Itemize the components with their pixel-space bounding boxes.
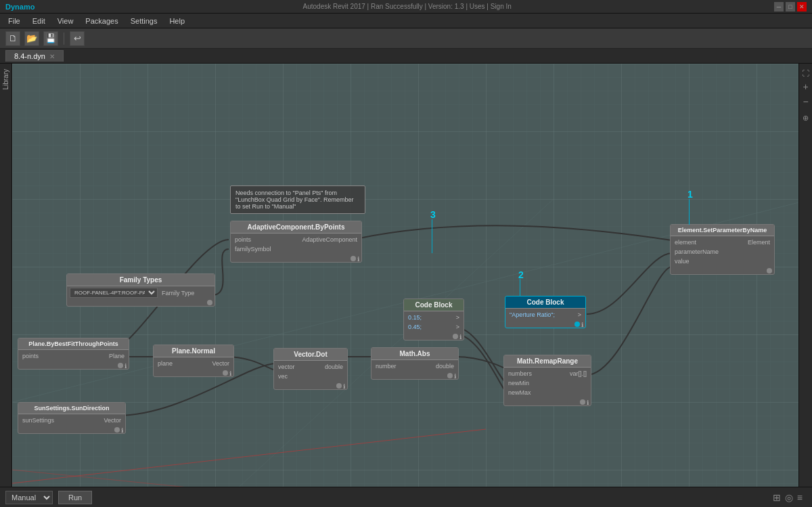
watch-icon[interactable]: ◎ xyxy=(785,492,793,503)
element-set-header: Element.SetParameterByName xyxy=(671,225,774,236)
home-view-icon[interactable]: ⊕ xyxy=(803,114,809,123)
code-val-1: 0.15; xyxy=(407,313,433,322)
port-element-in: element xyxy=(673,238,722,246)
vector-dot-header: Vector.Dot xyxy=(274,349,347,361)
right-panel: ⛶ + − ⊕ xyxy=(798,64,812,487)
family-type-dropdown[interactable]: ROOF-PANEL-4PT:ROOF-PANEL-4PT xyxy=(70,288,158,298)
toolbar-separator xyxy=(64,32,64,45)
node-dot-planenormal[interactable] xyxy=(223,370,228,376)
port-parametername-in: parameterName xyxy=(673,248,722,256)
grid-icon[interactable]: ⊞ xyxy=(773,492,781,503)
menu-settings[interactable]: Settings xyxy=(125,16,163,26)
plane-normal-header: Plane.Normal xyxy=(154,345,233,357)
port-double-out-ma: double xyxy=(434,362,455,370)
element-set-node[interactable]: Element.SetParameterByName element param… xyxy=(670,224,775,275)
menu-view[interactable]: View xyxy=(52,16,79,26)
math-remap-node[interactable]: Math.RemapRange numbers newMin newMax va… xyxy=(503,355,591,406)
node-dot-mathremap[interactable] xyxy=(580,399,585,405)
sunsettings-node[interactable]: SunSettings.SunDirection sunSettings Vec… xyxy=(18,402,126,434)
port-vector-in: vector xyxy=(277,363,310,371)
port-family-type-out: Family Type xyxy=(159,289,196,297)
statusbar: Manual Automatic Run ⊞ ◎ ≡ xyxy=(0,487,812,507)
family-types-header: Family Types xyxy=(67,274,215,286)
plane-normal-node[interactable]: Plane.Normal plane Vector ℹ xyxy=(153,345,234,377)
tabbar: 8.4-n.dyn ✕ xyxy=(0,49,812,64)
settings-icon[interactable]: ≡ xyxy=(797,492,803,503)
library-label[interactable]: Library xyxy=(2,69,9,90)
port-vector-out: Vector xyxy=(210,359,231,368)
port-out-cb1-2: > xyxy=(455,323,461,331)
canvas[interactable]: Needs connection to "Panel Pts" from "Lu… xyxy=(12,64,812,487)
port-familysymbol: familySymbol xyxy=(233,245,296,253)
port-value-in: value xyxy=(673,257,722,265)
fit-view-icon[interactable]: ⛶ xyxy=(802,69,809,77)
node-dot-planebybest[interactable] xyxy=(118,363,123,368)
menu-file[interactable]: File xyxy=(3,16,26,26)
math-abs-header: Math.Abs xyxy=(371,348,458,360)
node-info-icon[interactable]: ℹ xyxy=(357,256,359,261)
undo-button[interactable]: ↩ xyxy=(70,31,85,46)
tab-close-icon[interactable]: ✕ xyxy=(49,53,55,60)
math-abs-node[interactable]: Math.Abs number double ℹ xyxy=(371,347,459,380)
plane-bybest-node[interactable]: Plane.ByBestFitThroughPoints points Plan… xyxy=(18,338,129,370)
run-mode-select[interactable]: Manual Automatic xyxy=(5,491,53,504)
node-dot-vectordot[interactable] xyxy=(336,383,342,389)
menu-packages[interactable]: Packages xyxy=(80,16,123,26)
node-dot-cb1[interactable] xyxy=(453,334,458,339)
port-newmin-in: newMin xyxy=(507,379,547,387)
window-controls: ─ □ ✕ xyxy=(774,2,807,12)
node-info-icon9[interactable]: ℹ xyxy=(121,427,123,433)
adaptive-component-header: AdaptiveComponent.ByPoints xyxy=(231,221,361,234)
port-out-cb1-1: > xyxy=(455,313,461,322)
node-dot-sunsettings[interactable] xyxy=(114,427,120,433)
node-dot-cb2[interactable] xyxy=(574,322,580,327)
node-info-icon8[interactable]: ℹ xyxy=(587,399,589,405)
open-button[interactable]: 📂 xyxy=(24,31,39,46)
port-output-adaptive: AdaptiveComponent xyxy=(300,236,359,244)
node-info-icon6[interactable]: ℹ xyxy=(459,334,461,339)
maximize-btn[interactable]: □ xyxy=(786,2,795,12)
port-number-in: number xyxy=(374,362,414,370)
label-line-1 xyxy=(689,199,690,225)
port-numbers-in: numbers xyxy=(507,370,547,378)
node-info-icon2[interactable]: ℹ xyxy=(125,363,127,368)
port-plane-out: Plane xyxy=(108,352,126,360)
zoom-in-icon[interactable]: + xyxy=(803,81,808,92)
file-info: Autodesk Revit 2017 | Ran Successfully |… xyxy=(40,3,774,10)
vector-dot-node[interactable]: Vector.Dot vector vec double ℹ xyxy=(273,348,348,390)
code-block-2-node[interactable]: Code Block "Aperture Ratio"; > ℹ xyxy=(505,296,586,328)
menu-edit[interactable]: Edit xyxy=(27,16,51,26)
minimize-btn[interactable]: ─ xyxy=(774,2,784,12)
code-block-1-node[interactable]: Code Block 0.15; 0.45; > > ℹ xyxy=(403,299,464,340)
note-text: Needs connection to "Panel Pts" from "Lu… xyxy=(235,190,353,210)
node-info-icon5[interactable]: ℹ xyxy=(454,373,456,378)
port-double-out-vd: double xyxy=(323,363,344,371)
node-info-icon3[interactable]: ℹ xyxy=(229,370,231,376)
close-btn[interactable]: ✕ xyxy=(797,2,807,12)
node-dot-elementset[interactable] xyxy=(767,268,772,273)
zoom-out-icon[interactable]: − xyxy=(803,96,808,107)
node-dot-familytypes[interactable] xyxy=(207,300,212,305)
adaptive-component-node[interactable]: AdaptiveComponent.ByPoints points family… xyxy=(230,221,362,263)
code-val-aperture: "Aperture Ratio"; xyxy=(508,311,556,319)
tab-label: 8.4-n.dyn xyxy=(14,52,45,60)
family-types-node[interactable]: Family Types ROOF-PANEL-4PT:ROOF-PANEL-4… xyxy=(66,273,215,307)
run-button[interactable]: Run xyxy=(58,491,92,504)
new-button[interactable]: 🗋 xyxy=(5,31,20,46)
note-box: Needs connection to "Panel Pts" from "Lu… xyxy=(230,185,365,214)
save-button[interactable]: 💾 xyxy=(43,31,58,46)
node-dot-mathabs[interactable] xyxy=(447,373,453,378)
node-info-icon4[interactable]: ℹ xyxy=(343,383,345,389)
titlebar: Dynamo Autodesk Revit 2017 | Ran Success… xyxy=(0,0,812,14)
status-icons: ⊞ ◎ ≡ xyxy=(773,492,807,503)
tab-main[interactable]: 8.4-n.dyn ✕ xyxy=(5,50,64,62)
menu-help[interactable]: Help xyxy=(164,16,190,26)
label-1: 1 xyxy=(687,189,693,200)
code-val-2: 0.45; xyxy=(407,323,433,331)
port-points-plane: points xyxy=(21,352,73,360)
node-info-icon7[interactable]: ℹ xyxy=(581,322,583,327)
port-out-cb2: > xyxy=(577,311,583,319)
port-plane-in: plane xyxy=(156,359,193,368)
node-preview-dot[interactable] xyxy=(351,256,356,261)
port-points: points xyxy=(233,236,296,244)
